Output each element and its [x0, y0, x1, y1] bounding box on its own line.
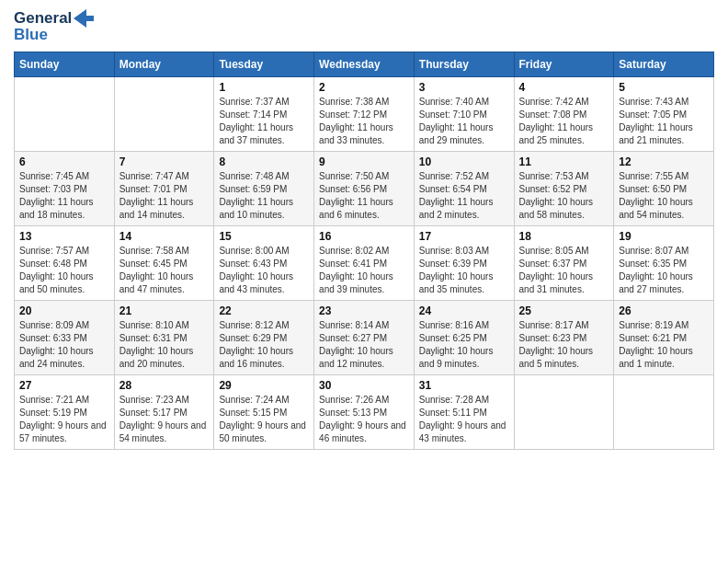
day-info: Sunrise: 8:02 AM Sunset: 6:41 PM Dayligh… [319, 245, 409, 296]
weekday-header-wednesday: Wednesday [314, 52, 415, 76]
calendar-cell: 16Sunrise: 8:02 AM Sunset: 6:41 PM Dayli… [314, 225, 415, 300]
calendar-cell: 15Sunrise: 8:00 AM Sunset: 6:43 PM Dayli… [214, 225, 314, 300]
calendar-cell [514, 374, 614, 449]
day-number: 5 [619, 81, 709, 94]
day-number: 12 [619, 155, 709, 168]
day-number: 6 [19, 155, 109, 168]
day-info: Sunrise: 7:45 AM Sunset: 7:03 PM Dayligh… [19, 170, 109, 222]
day-info: Sunrise: 8:16 AM Sunset: 6:25 PM Dayligh… [419, 319, 509, 371]
day-info: Sunrise: 7:40 AM Sunset: 7:10 PM Dayligh… [419, 96, 509, 147]
calendar-cell: 21Sunrise: 8:10 AM Sunset: 6:31 PM Dayli… [114, 300, 214, 374]
day-number: 18 [519, 230, 609, 243]
calendar-cell: 13Sunrise: 7:57 AM Sunset: 6:48 PM Dayli… [15, 225, 115, 300]
page-container: General Blue SundayMondayTuesdayWednesda… [0, 0, 728, 459]
day-number: 21 [119, 304, 210, 317]
weekday-header-monday: Monday [114, 52, 214, 76]
day-info: Sunrise: 7:57 AM Sunset: 6:48 PM Dayligh… [19, 245, 109, 296]
day-number: 1 [219, 81, 309, 94]
day-info: Sunrise: 8:05 AM Sunset: 6:37 PM Dayligh… [519, 245, 609, 296]
day-number: 15 [219, 230, 309, 243]
day-number: 14 [119, 230, 210, 243]
calendar-cell: 1Sunrise: 7:37 AM Sunset: 7:14 PM Daylig… [214, 76, 314, 151]
calendar-cell: 6Sunrise: 7:45 AM Sunset: 7:03 PM Daylig… [15, 151, 115, 225]
day-info: Sunrise: 8:00 AM Sunset: 6:43 PM Dayligh… [219, 245, 309, 296]
calendar-body: 1Sunrise: 7:37 AM Sunset: 7:14 PM Daylig… [15, 76, 714, 449]
calendar-cell: 24Sunrise: 8:16 AM Sunset: 6:25 PM Dayli… [414, 300, 514, 374]
day-info: Sunrise: 7:47 AM Sunset: 7:01 PM Dayligh… [119, 170, 210, 222]
day-info: Sunrise: 7:58 AM Sunset: 6:45 PM Dayligh… [119, 245, 210, 296]
calendar-cell: 9Sunrise: 7:50 AM Sunset: 6:56 PM Daylig… [314, 151, 415, 225]
day-info: Sunrise: 7:48 AM Sunset: 6:59 PM Dayligh… [219, 170, 309, 222]
day-info: Sunrise: 7:21 AM Sunset: 5:19 PM Dayligh… [19, 394, 109, 445]
calendar-cell: 20Sunrise: 8:09 AM Sunset: 6:33 PM Dayli… [15, 300, 115, 374]
day-number: 11 [519, 155, 609, 168]
day-info: Sunrise: 7:50 AM Sunset: 6:56 PM Dayligh… [319, 170, 409, 222]
day-number: 28 [119, 379, 210, 392]
calendar-week-row: 20Sunrise: 8:09 AM Sunset: 6:33 PM Dayli… [15, 300, 714, 374]
day-info: Sunrise: 8:14 AM Sunset: 6:27 PM Dayligh… [319, 319, 409, 371]
day-number: 29 [219, 379, 309, 392]
calendar-cell: 11Sunrise: 7:53 AM Sunset: 6:52 PM Dayli… [514, 151, 614, 225]
day-info: Sunrise: 8:10 AM Sunset: 6:31 PM Dayligh… [119, 319, 210, 371]
calendar-cell: 28Sunrise: 7:23 AM Sunset: 5:17 PM Dayli… [114, 374, 214, 449]
day-info: Sunrise: 7:42 AM Sunset: 7:08 PM Dayligh… [519, 96, 609, 147]
logo-blue: Blue [14, 26, 48, 44]
calendar-cell: 22Sunrise: 8:12 AM Sunset: 6:29 PM Dayli… [214, 300, 314, 374]
day-number: 8 [219, 155, 309, 168]
calendar-cell: 4Sunrise: 7:42 AM Sunset: 7:08 PM Daylig… [514, 76, 614, 151]
calendar-cell: 26Sunrise: 8:19 AM Sunset: 6:21 PM Dayli… [614, 300, 714, 374]
calendar-cell: 3Sunrise: 7:40 AM Sunset: 7:10 PM Daylig… [414, 76, 514, 151]
day-number: 10 [419, 155, 509, 168]
calendar-cell: 31Sunrise: 7:28 AM Sunset: 5:11 PM Dayli… [414, 374, 514, 449]
calendar-cell [614, 374, 714, 449]
calendar-table: SundayMondayTuesdayWednesdayThursdayFrid… [14, 52, 714, 450]
day-number: 13 [19, 230, 109, 243]
calendar-cell: 5Sunrise: 7:43 AM Sunset: 7:05 PM Daylig… [614, 76, 714, 151]
day-info: Sunrise: 7:53 AM Sunset: 6:52 PM Dayligh… [519, 170, 609, 222]
day-info: Sunrise: 7:43 AM Sunset: 7:05 PM Dayligh… [619, 96, 709, 147]
day-info: Sunrise: 7:28 AM Sunset: 5:11 PM Dayligh… [419, 394, 509, 445]
day-number: 31 [419, 379, 509, 392]
calendar-header: SundayMondayTuesdayWednesdayThursdayFrid… [15, 52, 714, 76]
day-number: 19 [619, 230, 709, 243]
calendar-cell: 10Sunrise: 7:52 AM Sunset: 6:54 PM Dayli… [414, 151, 514, 225]
logo-text-block: General Blue [14, 9, 94, 44]
logo-general: General [14, 9, 72, 28]
weekday-header-friday: Friday [514, 52, 614, 76]
day-info: Sunrise: 8:07 AM Sunset: 6:35 PM Dayligh… [619, 245, 709, 296]
svg-marker-0 [74, 9, 94, 28]
day-number: 7 [119, 155, 210, 168]
calendar-cell [114, 76, 214, 151]
calendar-cell: 2Sunrise: 7:38 AM Sunset: 7:12 PM Daylig… [314, 76, 415, 151]
weekday-header-sunday: Sunday [15, 52, 115, 76]
day-number: 27 [19, 379, 109, 392]
weekday-header-thursday: Thursday [414, 52, 514, 76]
weekday-header-saturday: Saturday [614, 52, 714, 76]
day-number: 24 [419, 304, 509, 317]
day-info: Sunrise: 8:09 AM Sunset: 6:33 PM Dayligh… [19, 319, 109, 371]
day-info: Sunrise: 7:23 AM Sunset: 5:17 PM Dayligh… [119, 394, 210, 445]
day-number: 25 [519, 304, 609, 317]
calendar-cell: 25Sunrise: 8:17 AM Sunset: 6:23 PM Dayli… [514, 300, 614, 374]
page-header: General Blue [14, 9, 714, 44]
day-number: 4 [519, 81, 609, 94]
day-info: Sunrise: 8:17 AM Sunset: 6:23 PM Dayligh… [519, 319, 609, 371]
calendar-cell: 14Sunrise: 7:58 AM Sunset: 6:45 PM Dayli… [114, 225, 214, 300]
calendar-cell: 17Sunrise: 8:03 AM Sunset: 6:39 PM Dayli… [414, 225, 514, 300]
day-number: 22 [219, 304, 309, 317]
day-number: 9 [319, 155, 409, 168]
day-info: Sunrise: 8:03 AM Sunset: 6:39 PM Dayligh… [419, 245, 509, 296]
weekday-header-row: SundayMondayTuesdayWednesdayThursdayFrid… [15, 52, 714, 76]
day-info: Sunrise: 7:38 AM Sunset: 7:12 PM Dayligh… [319, 96, 409, 147]
day-info: Sunrise: 8:19 AM Sunset: 6:21 PM Dayligh… [619, 319, 709, 371]
calendar-cell: 7Sunrise: 7:47 AM Sunset: 7:01 PM Daylig… [114, 151, 214, 225]
calendar-week-row: 27Sunrise: 7:21 AM Sunset: 5:19 PM Dayli… [15, 374, 714, 449]
calendar-cell: 18Sunrise: 8:05 AM Sunset: 6:37 PM Dayli… [514, 225, 614, 300]
calendar-week-row: 13Sunrise: 7:57 AM Sunset: 6:48 PM Dayli… [15, 225, 714, 300]
calendar-cell: 8Sunrise: 7:48 AM Sunset: 6:59 PM Daylig… [214, 151, 314, 225]
day-number: 3 [419, 81, 509, 94]
day-number: 20 [19, 304, 109, 317]
day-number: 26 [619, 304, 709, 317]
day-info: Sunrise: 7:52 AM Sunset: 6:54 PM Dayligh… [419, 170, 509, 222]
day-info: Sunrise: 7:55 AM Sunset: 6:50 PM Dayligh… [619, 170, 709, 222]
